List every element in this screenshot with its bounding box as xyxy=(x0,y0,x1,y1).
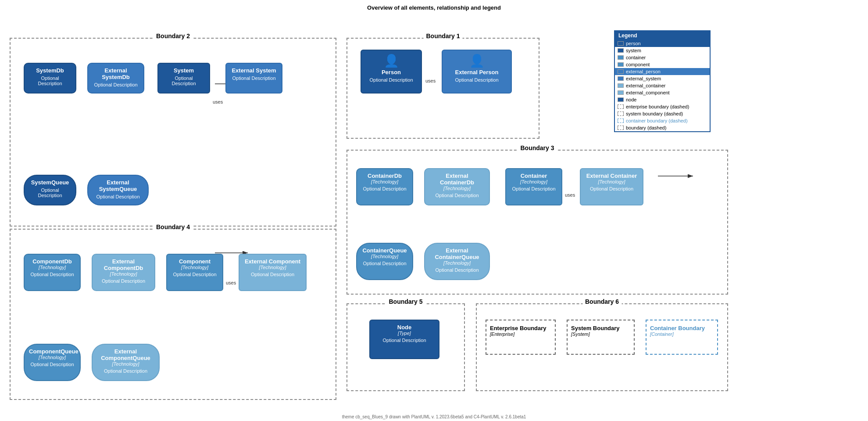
legend-label-person: person xyxy=(626,41,641,46)
containerqueue-tech: [Technology] xyxy=(361,254,408,259)
legend-item-person: person xyxy=(615,40,710,47)
boundary-2-label: Boundary 2 xyxy=(154,32,193,40)
system-boundary-tech: [System] xyxy=(571,331,630,337)
node-card: Node [Type] Optional Description xyxy=(369,320,439,359)
componentqueue-tech: [Technology] xyxy=(29,355,75,360)
ext-componentqueue-title: External ComponentQueue xyxy=(97,348,154,361)
enterprise-boundary-tech: [Enterprise] xyxy=(490,331,551,337)
legend-swatch-container xyxy=(618,55,624,60)
boundary-3-label: Boundary 3 xyxy=(518,144,557,151)
enterprise-boundary-card: Enterprise Boundary [Enterprise] xyxy=(486,320,556,355)
container-title: Container xyxy=(511,173,557,179)
ext-containerqueue-title: External ContainerQueue xyxy=(429,247,485,260)
ext-person-card: 👤 External Person Optional Description xyxy=(442,50,512,94)
node-title: Node xyxy=(375,324,434,331)
systemqueue-card: SystemQueue Optional Description xyxy=(24,175,76,205)
system-boundary-title: System Boundary xyxy=(571,325,630,331)
legend-swatch-container-boundary xyxy=(618,119,624,123)
legend-label-ext-container: external_container xyxy=(626,83,666,88)
uses-label-b3: uses xyxy=(565,192,575,198)
person-title: Person xyxy=(366,69,417,76)
legend-label-enterprise-boundary: enterprise boundary (dashed) xyxy=(626,104,689,109)
container-boundary-title: Container Boundary xyxy=(650,325,714,331)
legend-swatch-node xyxy=(618,97,624,102)
legend-swatch-system-boundary xyxy=(618,112,624,116)
system-card: System Optional Description xyxy=(157,63,210,94)
ext-person-desc: Optional Description xyxy=(447,77,507,83)
uses-label-b2: uses xyxy=(213,99,223,104)
legend-swatch-person xyxy=(618,41,624,46)
enterprise-boundary-title: Enterprise Boundary xyxy=(490,325,551,331)
ext-containerqueue-desc: Optional Description xyxy=(429,267,485,273)
legend-item-ext-system: external_system xyxy=(615,75,710,82)
ext-component-card: External Component [Technology] Optional… xyxy=(239,254,307,291)
ext-containerdb-card: External ContainerDb [Technology] Option… xyxy=(424,168,490,205)
person-desc: Optional Description xyxy=(366,77,417,83)
containerqueue-card: ContainerQueue [Technology] Optional Des… xyxy=(356,243,413,280)
legend-label-ext-person: external_person xyxy=(626,69,661,74)
containerdb-desc: Optional Description xyxy=(361,186,408,191)
ext-container-card: External Container [Technology] Optional… xyxy=(580,168,643,205)
legend-item-system: system xyxy=(615,47,710,54)
legend-label-component: component xyxy=(626,62,650,67)
boundary-6: Boundary 6 Enterprise Boundary [Enterpri… xyxy=(476,303,728,391)
legend-title: Legend xyxy=(615,31,710,40)
boundary-1: Boundary 1 👤 Person Optional Description… xyxy=(346,38,539,139)
boundary-1-label: Boundary 1 xyxy=(423,32,462,40)
footer-text: theme cb_seq_Blues_9 drawn with PlantUML… xyxy=(342,414,526,419)
legend-item-boundary: boundary (dashed) xyxy=(615,124,710,131)
component-card: Component [Technology] Optional Descript… xyxy=(166,254,223,291)
ext-container-desc: Optional Description xyxy=(585,186,638,191)
systemdb-desc: Optional Description xyxy=(29,76,71,86)
boundary-2: Boundary 2 SystemDb Optional Description… xyxy=(10,38,336,227)
ext-systemdb-title: External SystemDb xyxy=(93,67,139,80)
legend-label-boundary: boundary (dashed) xyxy=(626,125,666,130)
component-desc: Optional Description xyxy=(171,272,218,277)
container-card: Container [Technology] Optional Descript… xyxy=(505,168,562,205)
ext-system-card: External System Optional Description xyxy=(225,63,282,94)
ext-component-desc: Optional Description xyxy=(244,272,301,277)
main-canvas: Boundary 2 SystemDb Optional Description… xyxy=(0,14,868,421)
system-desc: Optional Description xyxy=(163,76,205,86)
ext-componentdb-tech: [Technology] xyxy=(97,271,150,277)
legend-swatch-system xyxy=(618,48,624,53)
legend-label-container: container xyxy=(626,55,646,60)
legend-item-enterprise-boundary: enterprise boundary (dashed) xyxy=(615,103,710,110)
legend-swatch-boundary xyxy=(618,126,624,130)
ext-componentdb-desc: Optional Description xyxy=(97,278,150,284)
legend-item-ext-component: external_component xyxy=(615,89,710,96)
boundary-4-label: Boundary 4 xyxy=(154,223,193,230)
legend-item-container: container xyxy=(615,54,710,61)
containerdb-card: ContainerDb [Technology] Optional Descri… xyxy=(356,168,413,205)
ext-component-tech: [Technology] xyxy=(244,265,301,270)
ext-containerdb-tech: [Technology] xyxy=(429,186,485,191)
ext-componentdb-title: External ComponentDb xyxy=(97,258,150,271)
component-tech: [Technology] xyxy=(171,265,218,270)
ext-system-title: External System xyxy=(231,67,277,74)
ext-system-desc: Optional Description xyxy=(231,76,277,81)
container-boundary-tech: [Container] xyxy=(650,331,714,337)
legend-item-component: component xyxy=(615,61,710,68)
ext-containerdb-desc: Optional Description xyxy=(429,193,485,198)
componentqueue-card: ComponentQueue [Technology] Optional Des… xyxy=(24,344,81,381)
legend-swatch-ext-person xyxy=(618,69,624,74)
boundary-4: Boundary 4 ComponentDb [Technology] Opti… xyxy=(10,229,336,400)
legend-swatch-ext-container xyxy=(618,83,624,88)
ext-systemqueue-card: External SystemQueue Optional Descriptio… xyxy=(87,175,149,205)
legend-label-system: system xyxy=(626,48,641,53)
systemqueue-title: SystemQueue xyxy=(29,179,71,186)
legend-label-ext-system: external_system xyxy=(626,76,661,81)
legend-item-container-boundary: container boundary (dashed) xyxy=(615,117,710,124)
container-boundary-card: Container Boundary [Container] xyxy=(646,320,718,355)
ext-container-title: External Container xyxy=(585,173,638,179)
legend-label-system-boundary: system boundary (dashed) xyxy=(626,111,683,116)
legend: Legend person system container component… xyxy=(614,30,711,132)
ext-componentdb-card: External ComponentDb [Technology] Option… xyxy=(92,254,155,291)
ext-component-title: External Component xyxy=(244,258,301,265)
system-boundary-card: System Boundary [System] xyxy=(567,320,635,355)
componentdb-desc: Optional Description xyxy=(29,272,75,277)
systemqueue-desc: Optional Description xyxy=(29,187,71,198)
boundary-5-label: Boundary 5 xyxy=(386,298,425,305)
container-desc: Optional Description xyxy=(511,186,557,191)
legend-swatch-component xyxy=(618,62,624,67)
